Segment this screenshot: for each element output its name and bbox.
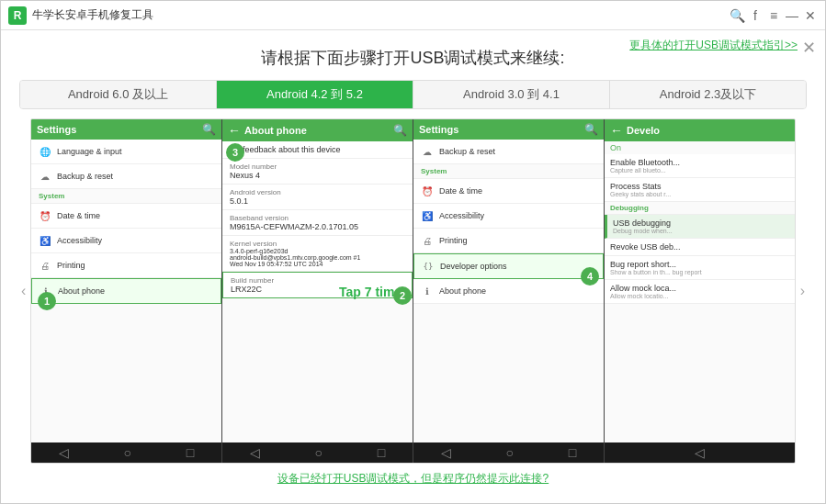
- info-icon-3: ℹ: [421, 285, 434, 297]
- screenshots-container: Settings 🔍 🌐 Language & input ☁ Backup &…: [30, 118, 796, 464]
- kernel-version: Kernel version 3.4.0-perf-g16e203dandroi…: [222, 236, 413, 272]
- scroll-right-icon[interactable]: ›: [800, 283, 805, 299]
- back-nav-3: ◁: [441, 445, 451, 460]
- phone-screen-2: ← About phone 🔍 3 feedback about this de…: [222, 119, 413, 463]
- printing-icon-3: 🖨: [421, 234, 434, 247]
- accessibility-icon: ♿: [39, 234, 51, 247]
- search-icon-2[interactable]: 🔍: [393, 124, 407, 137]
- phone-header-2: ← About phone 🔍: [222, 119, 413, 141]
- back-nav-2: ◁: [250, 445, 260, 460]
- settings-about: ℹ About phone 1: [31, 278, 221, 304]
- phone-body-3: ☁ Backup & reset System ⏰ Date & time ♿ …: [413, 140, 604, 442]
- step-badge-1: 1: [38, 292, 56, 310]
- phone-body-4: On Enable Bluetooth... Capture all bluet…: [605, 141, 795, 442]
- tabs-container: Android 6.0 及以上 Android 4.2 到 5.2 Androi…: [19, 80, 807, 109]
- settings-about-3: ℹ About phone: [413, 279, 604, 304]
- settings-datetime: ⏰ Date & time: [31, 204, 221, 229]
- settings-title-3: Settings: [419, 124, 458, 135]
- baseband-version: Baseband version M9615A-CEFWMAZM-2.0.170…: [222, 210, 413, 236]
- main-window: R 牛学长安卓手机修复工具 🔍 f ≡ — ✕ ✕ 更具体的打开USB调试模式指…: [0, 0, 826, 504]
- back-icon-2[interactable]: ←: [228, 123, 241, 138]
- phone-header-3: Settings 🔍: [413, 119, 604, 140]
- debugging-section: Debugging: [605, 202, 795, 215]
- settings-language: 🌐 Language & input: [31, 140, 221, 164]
- mock-location-option: Allow mock loca... Allow mock locatio...: [605, 280, 795, 304]
- settings-printing: 🖨 Printing: [31, 253, 221, 278]
- content-area: ✕ 更具体的打开USB调试模式指引>> 请根据下面步骤打开USB调试模式来继续:…: [1, 30, 825, 503]
- backup-icon: ☁: [39, 170, 51, 183]
- dialog-close-button[interactable]: ✕: [802, 38, 816, 58]
- system-section-3: System: [413, 164, 604, 179]
- printing-icon: 🖨: [39, 259, 51, 272]
- settings-backup: ☁ Backup & reset: [31, 164, 221, 189]
- guide-link[interactable]: 更具体的打开USB调试模式指引>>: [629, 38, 798, 53]
- phone-ui-2: ← About phone 🔍 3 feedback about this de…: [222, 119, 413, 463]
- close-button[interactable]: ✕: [803, 8, 818, 23]
- phone-body-1: 🌐 Language & input ☁ Backup & reset Syst…: [31, 140, 221, 442]
- phone-footer-2: ◁ ○ □: [222, 442, 413, 463]
- phone-body-2: 3 feedback about this device Model numbe…: [222, 141, 413, 442]
- settings-developer: {} Developer options 4: [413, 253, 604, 279]
- phone-header-4: ← Develo: [605, 119, 795, 141]
- bluetooth-option: Enable Bluetooth... Capture all blueto..…: [605, 154, 795, 178]
- home-nav: ○: [124, 445, 131, 460]
- process-stats-option: Process Stats Geeky stats about r...: [605, 178, 795, 202]
- backup-icon-3: ☁: [421, 145, 434, 158]
- recents-nav: □: [187, 445, 194, 460]
- phone-ui-4: ← Develo On Enable Bluetooth... Capture …: [605, 119, 795, 463]
- recents-nav-2: □: [378, 445, 385, 460]
- developer-options-title: Develo: [627, 125, 660, 136]
- phone-ui-3: Settings 🔍 ☁ Backup & reset System ⏰: [413, 119, 604, 463]
- on-badge: On: [605, 141, 795, 154]
- model-number: Model number Nexus 4: [222, 159, 413, 185]
- step-badge-3: 3: [226, 143, 244, 162]
- settings-backup-3: ☁ Backup & reset: [413, 140, 604, 164]
- phone-footer-1: ◁ ○ □: [31, 442, 221, 463]
- app-title: 牛学长安卓手机修复工具: [32, 7, 730, 23]
- back-nav: ◁: [59, 445, 69, 460]
- recents-nav-3: □: [569, 445, 576, 460]
- home-nav-3: ○: [506, 445, 514, 460]
- step-badge-2: 2: [393, 286, 412, 305]
- window-controls: 🔍 f ≡ — ✕: [730, 8, 818, 23]
- app-logo: R: [8, 6, 27, 25]
- accessibility-icon-3: ♿: [421, 209, 434, 222]
- titlebar: R 牛学长安卓手机修复工具 🔍 f ≡ — ✕: [1, 1, 825, 30]
- phone-screen-4: ← Develo On Enable Bluetooth... Capture …: [605, 119, 795, 463]
- settings-printing-3: 🖨 Printing: [413, 229, 604, 253]
- minimize-button[interactable]: —: [785, 8, 799, 23]
- phone-screen-3: Settings 🔍 ☁ Backup & reset System ⏰: [413, 119, 605, 463]
- search-icon[interactable]: 🔍: [730, 8, 744, 23]
- tab-android6[interactable]: Android 6.0 及以上: [20, 81, 217, 108]
- tab-android23[interactable]: Android 2.3及以下: [610, 81, 806, 108]
- bug-report-option: Bug report short... Show a button in th.…: [605, 256, 795, 280]
- language-icon: 🌐: [39, 145, 51, 158]
- phone-ui-1: Settings 🔍 🌐 Language & input ☁ Backup &…: [31, 119, 221, 463]
- facebook-icon[interactable]: f: [748, 8, 763, 23]
- search-icon-1[interactable]: 🔍: [202, 123, 216, 136]
- datetime-icon-3: ⏰: [421, 185, 434, 197]
- build-number: Build number LRX22C 2: [222, 272, 413, 298]
- search-icon-3[interactable]: 🔍: [584, 123, 598, 136]
- settings-accessibility: ♿ Accessibility: [31, 229, 221, 253]
- tab-android42[interactable]: Android 4.2 到 5.2: [217, 81, 413, 108]
- menu-icon[interactable]: ≡: [766, 8, 781, 23]
- settings-title-1: Settings: [37, 124, 76, 135]
- tab-android30[interactable]: Android 3.0 到 4.1: [413, 81, 610, 108]
- revoke-usb-option: Revoke USB deb...: [605, 239, 795, 256]
- developer-icon: {}: [422, 260, 435, 273]
- phone-screen-1: Settings 🔍 🌐 Language & input ☁ Backup &…: [31, 119, 222, 463]
- home-nav-2: ○: [315, 445, 322, 460]
- scroll-left-icon[interactable]: ‹: [21, 283, 26, 299]
- phone-footer-3: ◁ ○ □: [413, 442, 604, 463]
- feedback-item: feedback about this device: [222, 141, 413, 159]
- settings-accessibility-3: ♿ Accessibility: [413, 204, 604, 229]
- usb-debugging-option: USB debugging Debug mode when...: [605, 215, 795, 239]
- phone-footer-4: ◁: [605, 442, 795, 463]
- bottom-link[interactable]: 设备已经打开USB调试模式，但是程序仍然提示此连接?: [19, 464, 807, 494]
- system-section-label: System: [31, 189, 221, 204]
- about-phone-title: About phone: [244, 125, 307, 136]
- back-icon-4[interactable]: ←: [610, 123, 623, 138]
- back-nav-4: ◁: [695, 445, 705, 460]
- android-version: Android version 5.0.1: [222, 185, 413, 210]
